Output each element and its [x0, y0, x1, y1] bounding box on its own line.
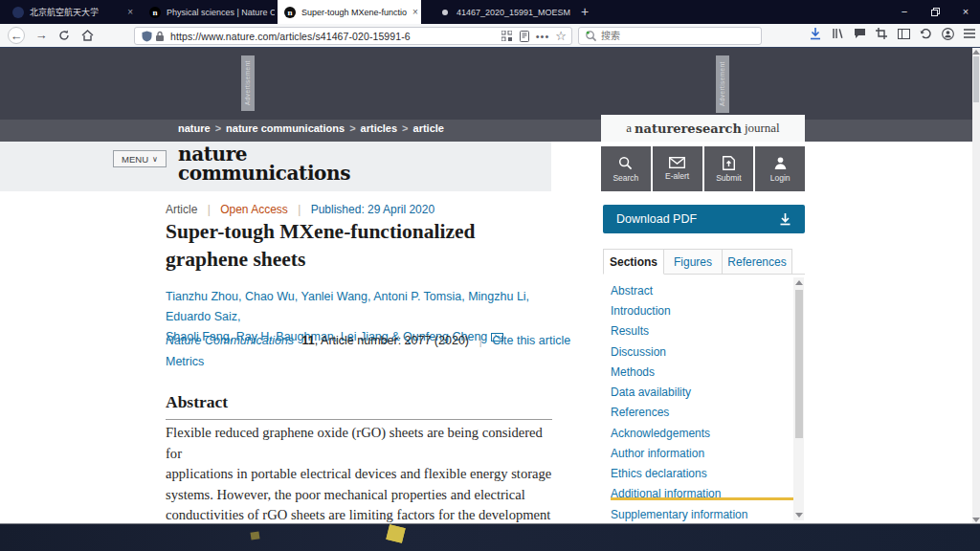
section-link-results[interactable]: Results	[611, 324, 649, 338]
breadcrumb-link-article[interactable]: article	[413, 122, 444, 134]
search-button[interactable]: Search	[601, 146, 651, 191]
tab-title: Super-tough MXene-functio	[301, 8, 407, 17]
scrollbar-thumb[interactable]	[795, 290, 803, 438]
breadcrumb-link-nature[interactable]: nature	[178, 122, 211, 134]
search-bar[interactable]	[578, 27, 762, 45]
window-close-button[interactable]: ×	[951, 0, 980, 24]
tracking-shield-icon[interactable]	[140, 30, 153, 43]
buaa-favicon	[12, 7, 24, 18]
menu-hamburger-icon[interactable]	[963, 27, 976, 40]
sections-scrollbar[interactable]	[793, 277, 804, 520]
forward-button[interactable]: →	[33, 27, 50, 44]
action-button-row: Search E-alert Submit Login	[601, 146, 805, 191]
section-link-acknowledgements[interactable]: Acknowledgements	[611, 427, 710, 440]
menu-label: MENU	[122, 154, 148, 165]
scroll-down-arrow[interactable]	[972, 518, 980, 522]
window-minimize-button[interactable]: −	[890, 0, 919, 24]
library-icon[interactable]	[831, 27, 844, 40]
cite-this-article-link[interactable]: Cite this article	[492, 334, 570, 347]
chevron-down-icon: ∨	[152, 155, 158, 164]
section-link-references[interactable]: References	[611, 406, 669, 419]
page-viewport: Advertisement Advertisement nature>natur…	[0, 48, 980, 524]
generic-page-favicon	[442, 10, 448, 15]
browser-tab-buaa[interactable]: 北京航空航天大学 ×	[6, 0, 140, 24]
window-restore-button[interactable]	[921, 0, 949, 24]
section-link-author-information[interactable]: Author information	[611, 447, 704, 460]
scroll-down-arrow[interactable]	[795, 513, 803, 518]
undo-history-icon[interactable]	[919, 27, 932, 40]
submit-button[interactable]: Submit	[704, 146, 754, 191]
browser-tab-active-article[interactable]: n Super-tough MXene-functio ×	[278, 0, 421, 24]
envelope-icon	[669, 157, 685, 168]
e-alert-button-label: E-alert	[665, 171, 689, 181]
article-title-line1: Super-tough MXene-functionalized	[166, 218, 568, 246]
citation-line: Nature Communications 11, Article number…	[166, 334, 570, 347]
section-link-supplementary-information[interactable]: Supplementary information	[611, 508, 747, 521]
sidebar-toggle-icon[interactable]	[897, 27, 910, 40]
new-tab-button[interactable]: +	[576, 3, 593, 20]
section-link-data-availability[interactable]: Data availability	[611, 386, 691, 399]
tab-close-icon[interactable]: ×	[127, 7, 133, 17]
url-bar[interactable]: https://www.nature.com/articles/s41467-0…	[134, 27, 572, 45]
section-link-ethics-declarations[interactable]: Ethics declarations	[611, 467, 707, 480]
article-title-line2: graphene sheets	[166, 246, 568, 274]
login-button[interactable]: Login	[755, 146, 805, 191]
screenshot-crop-icon[interactable]	[875, 27, 888, 40]
nature-favicon: n	[284, 7, 296, 18]
messages-icon[interactable]	[853, 27, 866, 40]
page-scrollbar[interactable]	[972, 48, 980, 524]
scrollbar-thumb[interactable]	[973, 56, 979, 102]
back-button[interactable]: ←	[8, 27, 25, 44]
article-nav-tabs: Sections Figures References	[603, 249, 805, 275]
tab-title: 41467_2020_15991_MOESM	[457, 8, 570, 17]
page-actions-icon[interactable]: •••	[536, 30, 549, 43]
download-icon	[779, 212, 791, 226]
url-text[interactable]: https://www.nature.com/articles/s41467-0…	[170, 31, 411, 42]
reader-mode-icon[interactable]	[518, 30, 531, 43]
lock-icon[interactable]	[153, 30, 167, 43]
banner-prefix: a	[626, 121, 632, 136]
abstract-line: Flexible reduced graphene oxide (rGO) sh…	[166, 423, 560, 464]
menu-button[interactable]: MENU ∨	[113, 150, 167, 167]
search-engine-icon	[584, 30, 597, 43]
published-date: Published: 29 April 2020	[311, 203, 434, 216]
breadcrumb-link-articles[interactable]: articles	[361, 122, 398, 134]
home-button[interactable]	[78, 27, 96, 44]
nature-communications-logo[interactable]: nature communications	[178, 144, 350, 183]
search-icon	[618, 156, 633, 170]
article-number: , Article number: 2077 (2020)	[315, 334, 469, 347]
browser-tab-physical-sciences[interactable]: n Physical sciences | Nature Co ×	[143, 0, 275, 24]
metrics-link[interactable]: Metrics	[166, 355, 204, 368]
account-icon[interactable]	[941, 27, 954, 40]
section-link-methods[interactable]: Methods	[611, 365, 655, 379]
tab-figures[interactable]: Figures	[664, 249, 723, 275]
journal-link[interactable]: Nature Communications	[166, 334, 294, 347]
authors-line1[interactable]: Tianzhu Zhou, Chao Wu, Yanlei Wang, Anto…	[166, 287, 568, 327]
abstract-line: conductivities of rGO sheets are limitin…	[166, 505, 560, 524]
advertisement-strip-left[interactable]: Advertisement	[241, 55, 255, 111]
e-alert-button[interactable]: E-alert	[653, 146, 702, 191]
reload-button[interactable]	[56, 27, 73, 44]
browser-tab-supplement[interactable]: 41467_2020_15991_MOESM ×	[433, 0, 572, 24]
tab-references[interactable]: References	[723, 249, 792, 275]
abstract-line: applications in portable electrical devi…	[166, 464, 560, 485]
submit-document-icon	[723, 156, 735, 170]
tab-sections[interactable]: Sections	[603, 249, 664, 275]
breadcrumb: nature>nature communications>articles>ar…	[178, 122, 444, 134]
qr-scan-icon[interactable]	[500, 30, 513, 43]
advertisement-strip-right[interactable]: Advertisement	[716, 55, 729, 113]
breadcrumb-link-nature-communications[interactable]: nature communications	[226, 122, 345, 134]
downloads-icon[interactable]	[809, 27, 822, 40]
scroll-up-arrow[interactable]	[795, 280, 803, 285]
logo-line1: nature	[178, 144, 350, 164]
section-link-abstract[interactable]: Abstract	[611, 284, 653, 298]
abstract-text: Flexible reduced graphene oxide (rGO) sh…	[166, 423, 560, 524]
scroll-up-arrow[interactable]	[972, 50, 980, 55]
download-pdf-button[interactable]: Download PDF	[603, 205, 805, 233]
search-input[interactable]	[601, 31, 735, 41]
tab-close-icon[interactable]: ×	[412, 7, 418, 17]
section-link-introduction[interactable]: Introduction	[611, 304, 671, 318]
abstract-line: systems. However, the poor mechanical pr…	[166, 485, 560, 506]
section-link-discussion[interactable]: Discussion	[611, 345, 666, 359]
bookmark-star-icon[interactable]: ☆	[554, 30, 568, 43]
